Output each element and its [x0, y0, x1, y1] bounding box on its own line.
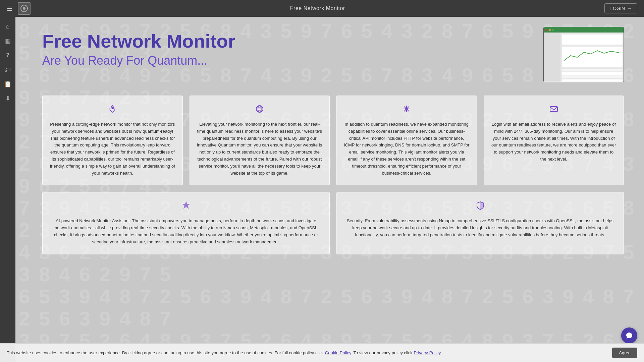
card-quantum-readiness: Elevating your network monitoring to the…: [190, 96, 330, 185]
app-logo: [18, 2, 31, 15]
shield-icon: [343, 201, 617, 213]
hero-subtitle: Are You Ready For Quantum...: [42, 54, 235, 68]
header-text: Free Network Monitor Are You Ready For Q…: [42, 30, 235, 68]
main-content: 8 4 5 6 9 3 7 2 5 6 8 4 3 5 9 7 6 5 4 3 …: [15, 17, 644, 362]
sidebar-item-download[interactable]: ⬇: [1, 92, 14, 105]
privacy-policy-link[interactable]: Privacy Policy: [414, 350, 441, 355]
cookie-policy-link[interactable]: Cookie Policy: [325, 350, 351, 355]
card-api-text: In addition to quantum readiness, we hav…: [343, 121, 470, 177]
svg-point-3: [549, 29, 551, 31]
card-email-text: Login with an email address to receive a…: [491, 121, 617, 163]
feature-cards-row1: Presenting a cutting-edge network monito…: [42, 96, 624, 185]
svg-rect-9: [562, 69, 623, 71]
card-quantum-text: Elevating your network monitoring to the…: [197, 121, 323, 177]
download-icon: ⬇: [5, 95, 10, 102]
home-icon: ⌂: [6, 23, 10, 30]
cookie-main-text: This website uses cookies to enhance the…: [7, 350, 325, 355]
content-wrapper: Free Network Monitor Are You Ready For Q…: [15, 17, 644, 275]
svg-point-4: [552, 29, 554, 31]
header-section: Free Network Monitor Are You Ready For Q…: [42, 30, 624, 82]
main-title: Free Network Monitor: [42, 30, 235, 52]
top-navigation: ☰ Free Network Monitor LOGIN →: [0, 0, 644, 17]
sidebar-item-dashboard[interactable]: ▦: [1, 35, 14, 47]
svg-rect-6: [544, 33, 560, 82]
feature-cards-row2: AI-powered Network Monitor Assistant: Th…: [42, 192, 624, 254]
dashboard-icon: ▦: [5, 37, 11, 45]
anchor-icon: [49, 104, 176, 116]
card-api-monitor: In addition to quantum readiness, we hav…: [336, 96, 477, 185]
nav-left: ☰: [7, 2, 31, 15]
login-button[interactable]: LOGIN →: [604, 3, 637, 13]
svg-rect-12: [562, 79, 623, 81]
svg-rect-8: [562, 47, 623, 67]
star-shield-icon: [49, 201, 323, 213]
svg-point-13: [112, 106, 113, 108]
sidebar: ⌂ ▦ ? 🏷 📋 ⬇: [0, 17, 15, 362]
card-security: Security: From vulnerability assessments…: [336, 192, 624, 254]
logo-dot: [23, 7, 25, 10]
globe-icon: [197, 104, 323, 116]
sidebar-item-help[interactable]: ?: [1, 49, 14, 62]
svg-rect-10: [562, 72, 623, 75]
logo-inner: [20, 5, 28, 12]
card-network-monitor: Presenting a cutting-edge network monito…: [42, 96, 183, 185]
cookie-banner: This website uses cookies to enhance the…: [0, 343, 644, 362]
svg-point-2: [545, 29, 547, 31]
card-ai-assistant: AI-powered Network Monitor Assistant: Th…: [42, 192, 330, 254]
sidebar-item-saved[interactable]: 📋: [1, 78, 14, 90]
dashboard-svg: [544, 27, 624, 82]
svg-rect-7: [562, 35, 623, 45]
nav-title: Free Network Monitor: [290, 5, 345, 11]
email-icon: [491, 104, 617, 116]
sidebar-item-home[interactable]: ⌂: [1, 20, 14, 33]
cookie-text: This website uses cookies to enhance the…: [7, 350, 605, 355]
agree-button[interactable]: Agree: [612, 348, 637, 358]
sidebar-item-tags[interactable]: 🏷: [1, 63, 14, 76]
card-network-text: Presenting a cutting-edge network monito…: [49, 121, 176, 177]
svg-rect-25: [550, 107, 557, 112]
saved-icon: 📋: [4, 80, 11, 88]
help-icon: ?: [6, 52, 9, 58]
card-security-text: Security: From vulnerability assessments…: [343, 218, 617, 238]
svg-rect-11: [562, 75, 623, 78]
dashboard-screenshot: [543, 27, 624, 82]
login-arrow-icon: →: [627, 6, 632, 11]
cookie-privacy-prefix: . To view our privacy policy click: [351, 350, 414, 355]
chat-button[interactable]: [621, 327, 637, 344]
asterisk-icon: [343, 104, 470, 116]
card-ai-text: AI-powered Network Monitor Assistant: Th…: [49, 218, 323, 245]
svg-rect-1: [544, 27, 624, 33]
tags-icon: 🏷: [5, 66, 11, 73]
login-label: LOGIN: [610, 6, 625, 11]
chat-icon: [626, 332, 633, 339]
card-email-alerts: Login with an email address to receive a…: [484, 96, 624, 185]
menu-icon[interactable]: ☰: [7, 4, 13, 12]
